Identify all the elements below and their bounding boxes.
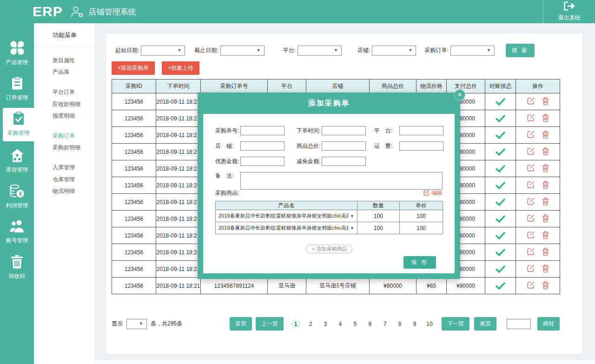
sidebar-item-accounts[interactable]: 账号管理 [0, 218, 34, 247]
page-number[interactable]: 8 [395, 319, 404, 329]
batch-upload-button[interactable]: +批量上传 [162, 61, 199, 75]
last-page-button[interactable]: 尾页 [474, 317, 496, 331]
jump-page-input[interactable] [507, 319, 531, 329]
edit-icon[interactable] [527, 114, 535, 123]
page-number[interactable]: 5 [350, 319, 360, 329]
product-qty: 100 [357, 210, 400, 222]
page-number[interactable]: 3 [321, 319, 330, 329]
edit-icon[interactable] [527, 214, 535, 223]
edit-products-link[interactable]: 编辑 [423, 189, 443, 197]
edit-icon[interactable] [527, 147, 535, 156]
delete-icon[interactable] [542, 198, 549, 207]
delete-icon[interactable] [542, 131, 549, 140]
edit-icon[interactable] [527, 248, 535, 257]
reduction-input[interactable] [322, 157, 366, 166]
page-number[interactable]: 9 [410, 319, 419, 329]
save-button[interactable]: 保 存 [403, 256, 436, 269]
add-purchase-order-button[interactable]: +添加采购单 [112, 61, 155, 75]
edit-icon[interactable] [527, 198, 535, 206]
order-time-input[interactable] [322, 126, 366, 135]
cell-platform: 亚马逊 [268, 278, 306, 294]
edit-icon[interactable] [527, 281, 535, 290]
product-name-select[interactable]: 2019春夏新品中长款豹纹蛋糕裙修身半身裙女韩版chic高腰显瘦......▼ [216, 210, 357, 222]
sidebar-item-inventory[interactable]: 库存管理 [0, 148, 34, 177]
cell-purchase-id: 123456 [112, 194, 156, 211]
filter-select[interactable]: ▼ [141, 46, 185, 56]
field-label-reduction: 减免金额: [297, 158, 322, 165]
page-number[interactable]: 2 [306, 319, 315, 329]
menu-item[interactable]: 应收款明细 [34, 99, 94, 110]
prev-page-button[interactable]: 上一页 [256, 317, 284, 331]
menu-item[interactable]: 报度明细 [34, 111, 94, 121]
menu-item[interactable]: 采购款明细 [34, 142, 94, 153]
sidebar-item-products[interactable]: 产品管理 [0, 40, 34, 69]
column-header: 对账状态 [485, 79, 516, 93]
filter-select[interactable]: ▼ [372, 46, 416, 56]
edit-icon[interactable] [527, 231, 535, 240]
menu-item[interactable]: 入库管理 [34, 162, 94, 173]
page-number[interactable]: 10 [425, 319, 434, 329]
delete-icon[interactable] [542, 97, 549, 106]
cell-purchase-id: 123456 [112, 244, 156, 261]
sidebar-item-profit[interactable]: ¥利润管理 [0, 183, 34, 212]
sidebar-item-orders[interactable]: 订单管理 [0, 75, 34, 104]
edit-icon[interactable] [527, 131, 535, 139]
edit-icon[interactable] [527, 164, 535, 173]
menu-item[interactable]: 产品库 [34, 67, 94, 78]
edit-icon[interactable] [527, 181, 535, 190]
inventory-icon [10, 149, 24, 163]
close-icon[interactable]: ✕ [454, 89, 465, 100]
reconciled-check-icon [485, 160, 516, 177]
add-product-button[interactable]: ＋添加采购商品 [306, 245, 352, 253]
reconciled-check-icon [485, 144, 516, 160]
product-column-header: 单价 [400, 201, 443, 210]
discount-input[interactable] [240, 157, 284, 166]
platform-input[interactable] [399, 126, 443, 135]
delete-icon[interactable] [542, 248, 549, 257]
delete-icon[interactable] [542, 214, 549, 224]
page-number[interactable]: 1 [291, 319, 300, 329]
logout-button[interactable]: 退出系统 [543, 0, 595, 23]
jump-button[interactable]: 跳转 [537, 317, 560, 331]
menu-item[interactable]: 平台订单 [34, 87, 94, 98]
product-name-select[interactable]: 2019春夏新品中长款豹纹蛋糕裙修身半身裙女韩版chic高腰显瘦......▼ [216, 222, 357, 234]
delete-icon[interactable] [542, 265, 549, 274]
sidebar-item-label: 产品管理 [0, 59, 34, 66]
delete-icon[interactable] [542, 147, 549, 157]
delete-icon[interactable] [542, 231, 549, 240]
delete-icon[interactable] [542, 181, 549, 190]
modal-body: 采购单号: 下单时间: 平 台: 店 铺: 商品总价: 运 费: 优惠金额: 减… [203, 114, 455, 273]
cell-purchase-id: 123456 [112, 93, 156, 110]
edit-icon[interactable] [527, 265, 535, 273]
freight-input[interactable] [399, 141, 443, 151]
edit-icon[interactable] [527, 97, 535, 106]
cell-purchase-id: 123456 [112, 227, 156, 244]
first-page-button[interactable]: 首页 [230, 317, 252, 331]
logout-icon [564, 1, 575, 14]
delete-icon[interactable] [542, 114, 549, 123]
menu-item[interactable]: 采购订单 [34, 131, 94, 141]
sidebar-item-recycle[interactable]: 回收站 [0, 254, 34, 283]
total-price-input[interactable] [322, 141, 366, 151]
plus-icon: ＋ [311, 246, 316, 251]
delete-icon[interactable] [542, 164, 549, 173]
menu-item[interactable]: 类目属性 [34, 55, 94, 66]
filter-select[interactable]: ▼ [450, 46, 495, 56]
page-number[interactable]: 4 [336, 319, 345, 329]
page-size-select[interactable]: ▼ [126, 319, 147, 329]
delete-icon[interactable] [542, 281, 549, 291]
next-page-button[interactable]: 下一页 [442, 317, 469, 331]
page-number[interactable]: 7 [380, 319, 390, 329]
order-no-input[interactable] [240, 126, 284, 135]
filter-select[interactable]: ▼ [298, 46, 342, 56]
column-header: 操作 [516, 79, 560, 93]
page-number[interactable]: 6 [365, 319, 375, 329]
menu-item[interactable]: 物流明细 [34, 186, 94, 197]
sidebar-item-purchase[interactable]: 采购管理 [3, 108, 34, 141]
search-button[interactable]: 搜 索 [506, 44, 535, 57]
menu-item[interactable]: 仓库管理 [34, 174, 94, 185]
filter-select[interactable]: ▼ [220, 46, 264, 56]
remark-textarea[interactable] [240, 172, 443, 190]
profit-icon: ¥ [9, 184, 25, 198]
shop-input[interactable] [240, 141, 284, 151]
